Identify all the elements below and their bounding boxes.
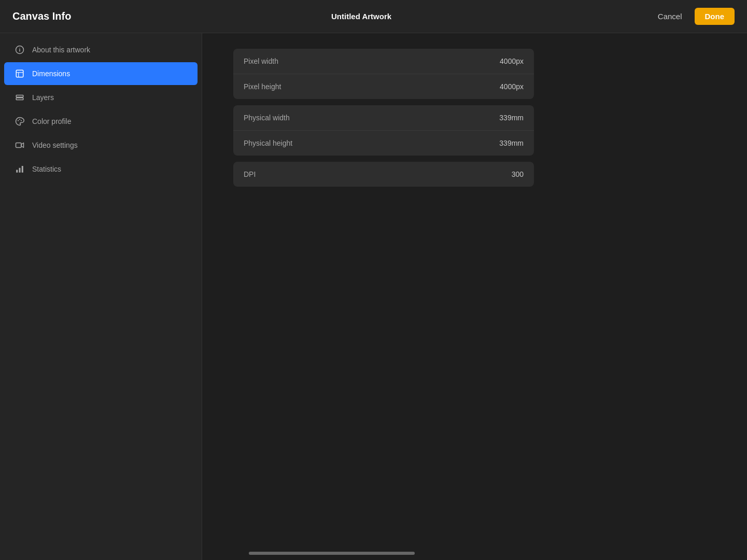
row-value: 339mm [499, 114, 524, 122]
svg-rect-3 [16, 70, 23, 77]
svg-rect-13 [19, 168, 21, 173]
sidebar: About this artwork Dimensions Layers [0, 33, 202, 560]
info-icon [15, 45, 25, 55]
table-row: Pixel height4000px [233, 74, 534, 99]
row-label: Pixel height [244, 82, 281, 91]
layers-icon [15, 92, 25, 103]
color-icon [15, 116, 25, 127]
svg-rect-11 [16, 143, 22, 148]
main-layout: About this artwork Dimensions Layers [0, 33, 747, 560]
sidebar-item-statistics[interactable]: Statistics [4, 158, 198, 180]
info-group: DPI300 [233, 162, 534, 187]
svg-point-8 [18, 120, 19, 121]
cancel-button[interactable]: Cancel [652, 9, 688, 24]
sidebar-item-layers[interactable]: Layers [4, 86, 198, 109]
info-group: Physical width339mmPhysical height339mm [233, 105, 534, 156]
svg-rect-12 [16, 170, 18, 173]
table-row: DPI300 [233, 162, 534, 187]
main-content: Pixel width4000pxPixel height4000pxPhysi… [202, 33, 747, 560]
table-row: Pixel width4000px [233, 49, 534, 74]
sidebar-label-color-profile: Color profile [32, 117, 71, 125]
sidebar-label-layers: Layers [32, 93, 54, 102]
artwork-name: Untitled Artwork [331, 12, 391, 21]
sidebar-label-about: About this artwork [32, 46, 90, 54]
sidebar-label-dimensions: Dimensions [32, 69, 70, 78]
stats-icon [15, 164, 25, 174]
done-button[interactable]: Done [695, 8, 735, 25]
sidebar-label-video-settings: Video settings [32, 141, 78, 149]
svg-rect-6 [16, 98, 23, 100]
sidebar-item-dimensions[interactable]: Dimensions [4, 62, 198, 85]
header-actions: Cancel Done [652, 8, 735, 25]
svg-point-10 [21, 120, 22, 121]
info-group: Pixel width4000pxPixel height4000px [233, 49, 534, 99]
row-label: Pixel width [244, 57, 278, 65]
dimensions-table: Pixel width4000pxPixel height4000pxPhysi… [233, 49, 534, 187]
horizontal-scrollbar[interactable] [249, 552, 415, 555]
table-row: Physical width339mm [233, 105, 534, 131]
sidebar-item-video-settings[interactable]: Video settings [4, 134, 198, 157]
row-label: Physical width [244, 114, 290, 122]
sidebar-item-about[interactable]: About this artwork [4, 38, 198, 61]
sidebar-label-statistics: Statistics [32, 165, 61, 173]
row-value: 300 [512, 170, 524, 178]
sidebar-item-color-profile[interactable]: Color profile [4, 110, 198, 133]
header: Canvas Info Untitled Artwork Cancel Done [0, 0, 747, 33]
svg-point-9 [19, 119, 20, 120]
page-title: Canvas Info [12, 10, 71, 22]
row-value: 4000px [500, 82, 524, 91]
video-icon [15, 140, 25, 150]
dimensions-icon [15, 68, 25, 79]
table-row: Physical height339mm [233, 131, 534, 156]
svg-rect-7 [16, 95, 23, 97]
row-value: 339mm [499, 139, 524, 147]
row-label: DPI [244, 170, 256, 178]
svg-rect-14 [22, 166, 23, 173]
row-value: 4000px [500, 57, 524, 65]
row-label: Physical height [244, 139, 292, 147]
